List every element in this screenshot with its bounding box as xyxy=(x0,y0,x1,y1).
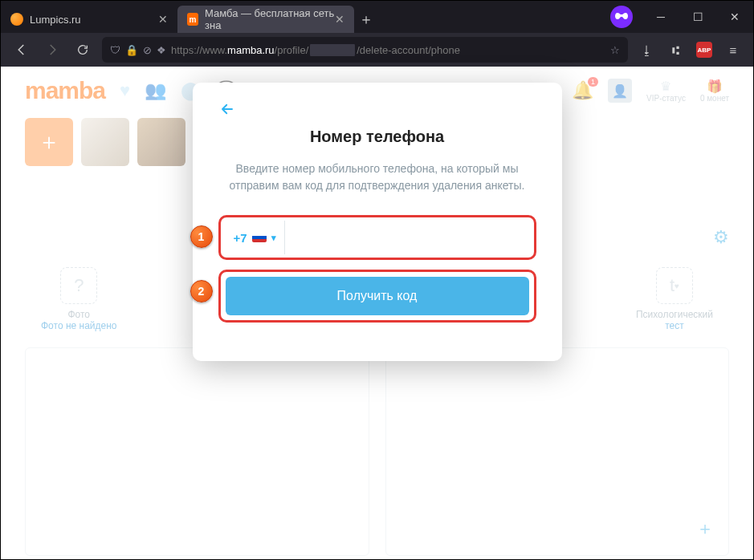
callout-2: 2 xyxy=(190,280,213,302)
tab-title: Мамба — бесплатная сеть зна xyxy=(205,7,335,31)
address-bar[interactable]: 🛡 🔒 ⊘ ❖ https://www.mamba.ru/profile//de… xyxy=(102,37,628,63)
close-button[interactable]: ✕ xyxy=(716,1,753,33)
get-code-button[interactable]: Получить код xyxy=(226,277,529,315)
page-content: mamba ♥ 👥 ⬤ 💬 ⬤ ✦ 🔔1 👤 ♛VIP-статус 🎁0 мо… xyxy=(1,67,753,560)
shield-icon: 🛡 xyxy=(110,44,120,56)
lock-icon: 🔒 xyxy=(125,44,138,56)
modal-description: Введите номер мобильного телефона, на ко… xyxy=(218,160,536,194)
phone-modal: Номер телефона Введите номер мобильного … xyxy=(193,83,562,361)
private-mode-icon xyxy=(610,6,633,28)
browser-tab-active[interactable]: m Мамба — бесплатная сеть зна ✕ xyxy=(177,6,354,33)
favicon-lumpics xyxy=(10,13,23,26)
url-text: https://www.mamba.ru/profile//delete-acc… xyxy=(171,44,605,56)
phone-number-input[interactable] xyxy=(285,231,529,245)
button-highlight: 2 Получить код xyxy=(218,270,536,323)
abp-icon[interactable]: ABP xyxy=(694,42,715,58)
phone-field-highlight: 1 +7 ▾ xyxy=(218,215,536,260)
permission-icon: ⊘ xyxy=(143,44,152,56)
maximize-button[interactable]: ☐ xyxy=(679,1,716,33)
chevron-down-icon: ▾ xyxy=(271,233,276,243)
downloads-icon[interactable]: ⭳ xyxy=(636,43,657,57)
url-bar: 🛡 🔒 ⊘ ❖ https://www.mamba.ru/profile//de… xyxy=(1,33,753,67)
library-icon[interactable]: ⑆ xyxy=(665,43,686,57)
minimize-button[interactable]: ─ xyxy=(642,1,679,33)
modal-back-button[interactable] xyxy=(218,102,536,116)
menu-icon[interactable]: ≡ xyxy=(723,43,744,57)
flag-ru-icon xyxy=(252,233,267,242)
forward-button[interactable] xyxy=(41,39,63,61)
tab-close-icon[interactable]: ✕ xyxy=(335,13,344,26)
favicon-mamba: m xyxy=(187,13,198,26)
bookmark-icon[interactable]: ☆ xyxy=(610,44,620,56)
back-button[interactable] xyxy=(10,39,33,61)
phone-input-row: +7 ▾ xyxy=(226,221,529,254)
country-code-selector[interactable]: +7 ▾ xyxy=(226,221,285,254)
callout-1: 1 xyxy=(190,225,213,248)
browser-tab-inactive[interactable]: Lumpics.ru ✕ xyxy=(1,6,177,33)
tab-title: Lumpics.ru xyxy=(30,14,81,26)
extension-icon: ❖ xyxy=(157,44,166,56)
new-tab-button[interactable]: ＋ xyxy=(354,6,378,33)
window-controls: ─ ☐ ✕ xyxy=(642,1,753,33)
modal-title: Номер телефона xyxy=(218,128,536,146)
tab-close-icon[interactable]: ✕ xyxy=(158,13,168,26)
reload-button[interactable] xyxy=(71,39,94,61)
window-titlebar: Lumpics.ru ✕ m Мамба — бесплатная сеть з… xyxy=(1,1,753,33)
